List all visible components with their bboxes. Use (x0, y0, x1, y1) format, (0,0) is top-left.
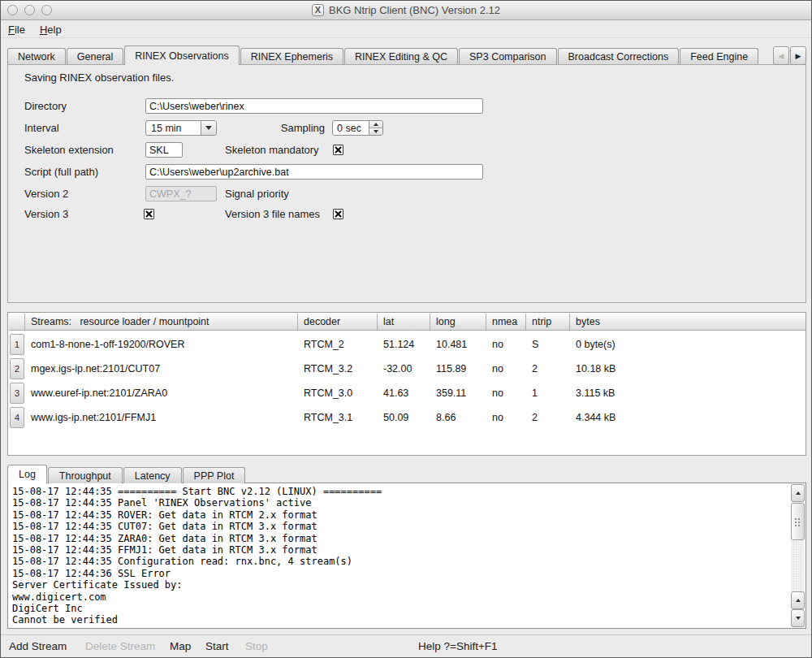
streams-table: Streams: resource loader / mountpoint de… (7, 312, 806, 456)
cell-nmea: no (492, 339, 503, 350)
cell-long: 359.11 (436, 387, 466, 399)
sampling-decrement-button[interactable] (369, 128, 382, 135)
tab-general[interactable]: General (67, 48, 123, 65)
tab-sp3-comparison[interactable]: SP3 Comparison (459, 48, 557, 65)
tab-throughput[interactable]: Throughput (48, 467, 123, 483)
cell-mountpoint: mgex.igs-ip.net:2101/CUT07 (31, 363, 160, 374)
cell-nmea: no (492, 387, 503, 399)
panel-description: Saving RINEX observation files. (24, 71, 174, 84)
cell-mountpoint: www.euref-ip.net:2101/ZARA0 (31, 387, 167, 399)
checkmark-x-icon (145, 210, 153, 218)
tab-ppp-plot[interactable]: PPP Plot (183, 467, 246, 483)
row-header-2[interactable]: 2 (10, 358, 24, 379)
cell-bytes: 4.344 kB (576, 412, 615, 423)
column-header-lat[interactable]: lat (378, 314, 430, 331)
add-stream-button[interactable]: Add Stream (9, 640, 67, 652)
tab-rinex-editing-qc[interactable]: RINEX Editing & QC (344, 48, 458, 65)
tab-network[interactable]: Network (7, 48, 66, 65)
skeleton-extension-input[interactable] (145, 142, 183, 158)
version2-label: Version 2 (24, 188, 68, 200)
arrow-up-icon (374, 123, 378, 126)
interval-combobox[interactable]: 15 min (145, 120, 217, 136)
cell-long: 115.89 (436, 363, 466, 374)
cell-lat: -32.00 (383, 363, 412, 374)
main-tab-bar: Network General RINEX Observations RINEX… (7, 45, 759, 65)
log-tab-bar: Log Throughput Latency PPP Plot (7, 465, 246, 483)
row-header-3[interactable]: 3 (10, 383, 24, 404)
tab-scroll-right-button[interactable]: ▶ (790, 46, 806, 65)
skeleton-extension-label: Skeleton extension (24, 144, 114, 156)
cell-decoder: RTCM_3.0 (304, 387, 352, 399)
menu-file[interactable]: File (1, 22, 32, 37)
sampling-label: Sampling (244, 122, 325, 134)
table-corner-button[interactable] (9, 314, 25, 331)
title-bar: X BKG Ntrip Client (BNC) Version 2.12 (1, 1, 811, 20)
scroll-up-button-bottom[interactable] (791, 591, 805, 609)
log-viewer[interactable]: 15-08-17 12:44:35 ========== Start BNC v… (7, 483, 806, 629)
cell-decoder: RTCM_2 (304, 339, 344, 350)
bottom-button-bar: Add Stream Delete Stream Map Start Stop … (1, 634, 811, 658)
map-button[interactable]: Map (170, 640, 191, 652)
sampling-increment-button[interactable] (369, 121, 382, 128)
tab-feed-engine[interactable]: Feed Engine (680, 48, 758, 65)
skeleton-mandatory-checkbox[interactable] (333, 145, 343, 155)
grip-dots-icon (794, 517, 801, 526)
cell-mountpoint: com1-8-none-1-off-19200/ROVER (31, 339, 184, 350)
menu-bar: File Help (1, 21, 811, 38)
delete-stream-button[interactable]: Delete Stream (85, 640, 155, 652)
script-input[interactable] (145, 164, 483, 180)
cell-lat: 41.63 (383, 387, 408, 399)
checkmark-x-icon (335, 146, 342, 154)
start-button[interactable]: Start (205, 640, 229, 652)
cell-bytes: 3.115 kB (576, 387, 615, 399)
scroll-up-button[interactable] (791, 484, 805, 502)
zoom-window-button[interactable] (41, 5, 52, 15)
version2-signal-priority-input[interactable] (145, 186, 217, 201)
scroll-down-button[interactable] (791, 609, 805, 627)
sampling-spinbox[interactable]: 0 sec (332, 120, 383, 136)
close-window-button[interactable] (7, 5, 18, 15)
minimize-window-button[interactable] (24, 5, 35, 15)
scrollbar-track[interactable] (793, 541, 803, 591)
arrow-down-icon (374, 130, 378, 133)
tab-scroll-left-button[interactable]: ◀ (773, 46, 789, 65)
column-header-nmea[interactable]: nmea (486, 314, 526, 331)
column-header-decoder[interactable]: decoder (298, 314, 378, 331)
version3-label: Version 3 (24, 208, 68, 220)
window-title: BKG Ntrip Client (BNC) Version 2.12 (329, 4, 500, 16)
row-header-1[interactable]: 1 (10, 334, 24, 355)
version3-checkbox[interactable] (144, 209, 154, 219)
row-header-4[interactable]: 4 (10, 407, 24, 428)
script-label: Script (full path) (24, 166, 98, 178)
version3-filenames-checkbox[interactable] (333, 209, 343, 219)
interval-value: 15 min (146, 123, 201, 134)
tab-latency[interactable]: Latency (123, 467, 182, 483)
cell-decoder: RTCM_3.2 (304, 363, 352, 374)
tab-log[interactable]: Log (7, 465, 47, 483)
checkmark-x-icon (335, 210, 342, 218)
app-icon: X (312, 4, 324, 16)
help-shortcut-label: Help ?=Shift+F1 (418, 640, 498, 652)
arrow-up-icon (796, 491, 801, 495)
column-header-mountpoint[interactable]: Streams: resource loader / mountpoint (25, 314, 298, 331)
tab-rinex-ephemeris[interactable]: RINEX Ephemeris (240, 48, 343, 65)
column-header-ntrip[interactable]: ntrip (526, 314, 570, 331)
arrow-down-icon (796, 617, 801, 620)
cell-lat: 50.09 (383, 412, 408, 423)
cell-lat: 51.124 (383, 339, 414, 350)
stop-button[interactable]: Stop (245, 640, 268, 652)
scrollbar-thumb[interactable] (791, 503, 805, 540)
column-header-long[interactable]: long (430, 314, 486, 331)
cell-long: 8.66 (436, 412, 456, 423)
cell-ntrip: 2 (532, 412, 538, 423)
menu-help[interactable]: Help (32, 22, 69, 37)
log-scrollbar[interactable] (791, 484, 805, 627)
interval-dropdown-button[interactable] (201, 121, 216, 135)
signal-priority-label: Signal priority (225, 188, 289, 200)
log-text: 15-08-17 12:44:35 ========== Start BNC v… (12, 486, 382, 626)
cell-ntrip: 2 (532, 363, 538, 374)
tab-rinex-observations[interactable]: RINEX Observations (124, 45, 239, 65)
directory-input[interactable] (145, 98, 483, 114)
column-header-bytes[interactable]: bytes (570, 314, 806, 331)
tab-broadcast-corrections[interactable]: Broadcast Corrections (558, 48, 680, 65)
